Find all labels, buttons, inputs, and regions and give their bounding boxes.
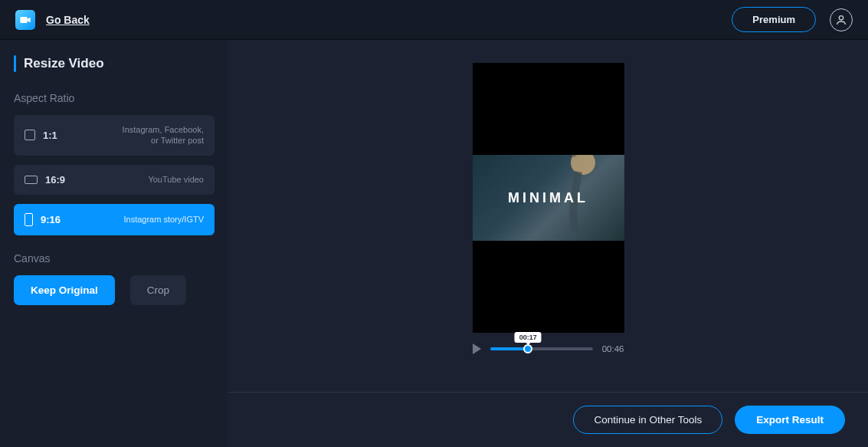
video-overlay-text: MINIMAL [508, 190, 588, 206]
ratio-label: 9:16 [41, 214, 61, 225]
landscape-icon [25, 176, 38, 184]
video-duration: 00:46 [602, 344, 624, 353]
title-accent-bar [14, 55, 16, 72]
logo-icon [19, 15, 31, 25]
aspect-ratio-1-1[interactable]: 1:1 Instagram, Facebook, or Twitter post [14, 115, 215, 156]
user-avatar-button[interactable] [830, 8, 853, 31]
topbar: Go Back Premium [0, 0, 868, 40]
svg-point-2 [571, 155, 595, 175]
preview-area: MINIMAL · · · · · · · · · · 00:17 00:46 … [228, 40, 868, 447]
aspect-ratio-16-9[interactable]: 16:9 YouTube video [14, 165, 215, 195]
page-title: Resize Video [14, 55, 215, 72]
video-content: MINIMAL · · · · · · · · · · [473, 155, 624, 241]
user-icon [835, 14, 847, 26]
seek-thumb[interactable] [523, 344, 532, 353]
seek-fill [490, 347, 529, 350]
ratio-desc: Instagram story/IGTV [123, 214, 204, 225]
sidebar: Resize Video Aspect Ratio 1:1 Instagram,… [0, 40, 228, 447]
svg-rect-0 [20, 17, 27, 23]
app-logo [15, 10, 35, 30]
ratio-label: 1:1 [43, 130, 57, 141]
page-title-text: Resize Video [24, 56, 104, 71]
aspect-ratio-label: Aspect Ratio [14, 92, 215, 104]
continue-button[interactable]: Continue in Other Tools [573, 406, 722, 434]
bottombar: Continue in Other Tools Export Result [228, 392, 868, 447]
premium-button[interactable]: Premium [732, 7, 816, 32]
video-subcaption: · · · · · · · · · · [522, 232, 575, 236]
aspect-ratio-9-16[interactable]: 9:16 Instagram story/IGTV [14, 204, 215, 235]
svg-point-1 [839, 15, 843, 19]
crop-button[interactable]: Crop [130, 275, 186, 305]
ratio-label: 16:9 [45, 174, 65, 186]
go-back-link[interactable]: Go Back [46, 14, 90, 26]
seek-tooltip: 00:17 [515, 332, 542, 343]
ratio-desc: Instagram, Facebook, or Twitter post [120, 124, 204, 146]
ratio-desc: YouTube video [148, 174, 204, 185]
square-icon [25, 130, 35, 140]
player-controls: 00:17 00:46 [473, 343, 624, 354]
export-button[interactable]: Export Result [735, 406, 845, 434]
seek-slider[interactable]: 00:17 [490, 347, 593, 350]
video-frame: MINIMAL · · · · · · · · · · [473, 63, 624, 333]
play-button[interactable] [473, 343, 481, 354]
keep-original-button[interactable]: Keep Original [14, 275, 115, 305]
portrait-icon [25, 213, 33, 226]
canvas-label: Canvas [14, 252, 215, 265]
